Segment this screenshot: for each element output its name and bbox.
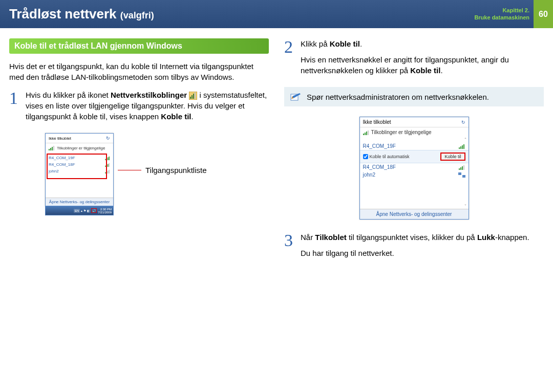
ap2-name2: R4_COM_18F (363, 164, 396, 170)
step-3-number: 3 (284, 232, 296, 264)
scroll-up-indicator[interactable]: ˆ (360, 137, 469, 142)
step-1: 1 Hvis du klikker på ikonet Nettverkstil… (9, 90, 269, 127)
note-box: Spør nettverksadministratoren om nettver… (284, 87, 544, 106)
svg-rect-33 (463, 165, 464, 170)
ap2-item-1-expanded: Koble til automatisk Koble til (360, 150, 469, 163)
ap2-name: R4_COM_18F (49, 162, 75, 167)
step-2: 2 Klikk på Koble til. Hvis en nettverksn… (284, 38, 544, 81)
step-3: 3 Når Tilkoblet til tilgangspunktet vise… (284, 232, 544, 264)
svg-rect-13 (105, 165, 106, 166)
refresh-icon[interactable]: ↻ (106, 136, 110, 141)
step1-bold: Nettverkstilkoblinger (111, 91, 187, 99)
step1-text-c: . (192, 112, 194, 121)
svg-rect-9 (105, 159, 106, 160)
ap-item-1[interactable]: R4_COM_19F (47, 155, 112, 161)
popup2-list: R4_COM_19F Koble til automatisk Koble ti… (360, 142, 469, 204)
svg-rect-5 (49, 149, 50, 150)
note-pencil-icon (290, 92, 302, 101)
svg-rect-22 (363, 134, 364, 135)
step3-line2: Du har tilgang til nettverket. (301, 248, 544, 258)
signal-icon (105, 163, 110, 167)
svg-rect-24 (366, 132, 367, 135)
taskbar-clock[interactable]: 2:30 PM 7/21/2009 (98, 208, 112, 214)
svg-rect-6 (50, 148, 51, 150)
svg-rect-12 (109, 156, 110, 160)
scroll-down-indicator[interactable]: ˇ (360, 204, 469, 209)
step-2-body: Klikk på Koble til. Hvis en nettverksnøk… (301, 38, 544, 81)
popup1-footer[interactable]: Åpne Nettverks- og delingssenter (46, 198, 113, 206)
right-column: 2 Klikk på Koble til. Hvis en nettverksn… (284, 38, 544, 270)
svg-rect-27 (460, 146, 461, 149)
left-column: Koble til et trådløst LAN gjennom Window… (9, 38, 269, 270)
taskbar: EN ▴ ⚑ ◧ 🔊 2:30 PM 7/21/2009 (45, 206, 114, 215)
header-right: Kapittel 2. Bruke datamaskinen 60 (474, 0, 553, 28)
tb-time: 2:30 PM (98, 208, 112, 211)
popup2-subheader: Tilkoblinger er tilgjengelige (360, 127, 469, 137)
ap2-item-3[interactable]: john2 (360, 171, 469, 179)
ap2-name1: R4_COM_19F (363, 143, 396, 149)
leader-line (118, 170, 141, 170)
svg-rect-7 (52, 147, 53, 150)
svg-rect-10 (107, 158, 108, 160)
svg-rect-14 (107, 165, 108, 167)
svg-rect-2 (192, 95, 193, 99)
step3-line1: Når Tilkoblet til tilgangspunktet vises,… (301, 232, 544, 243)
auto-connect-label: Koble til automatisk (370, 154, 410, 159)
ap2-item-2[interactable]: R4_COM_18F (360, 163, 469, 171)
step1-bold2: Koble til (161, 112, 191, 121)
tb-date: 7/21/2009 (98, 211, 112, 214)
ap1-name: R4_COM_19F (49, 156, 75, 160)
wifi-popup-2: Ikke tilkoblet ↻ Tilkoblinger er tilgjen… (359, 117, 469, 220)
popup1-list: R4_COM_19F R4_COM_18F john2 (46, 153, 113, 198)
step-1-number: 1 (9, 90, 22, 127)
svg-rect-4 (195, 92, 196, 99)
connect-button[interactable]: Koble til (440, 153, 465, 161)
taskbar-lang[interactable]: EN (74, 209, 80, 213)
taskbar-up-icon[interactable]: ▴ (81, 209, 82, 212)
step2-line2: Hvis en nettverksnøkkel er angitt for ti… (301, 54, 544, 76)
s3b: til tilgangspunktet vises, klikker du på (347, 233, 477, 242)
svg-rect-31 (460, 167, 461, 170)
signal-bars-icon (49, 145, 55, 150)
page-header: Trådløst nettverk (valgfri) Kapittel 2. … (0, 0, 553, 28)
screenshot1-label: Tilgangspunktliste (145, 166, 207, 175)
svg-rect-16 (109, 163, 110, 166)
screenshot-1-wrap: Ikke tilkoblet ↻ Tilkoblinger er tilgjen… (45, 133, 269, 215)
svg-rect-17 (105, 172, 106, 173)
taskbar-sound-icon[interactable]: 🔊 (91, 208, 97, 213)
svg-rect-35 (462, 175, 465, 178)
popup2-footer[interactable]: Åpne Nettverks- og delingssenter (360, 209, 469, 219)
ap3-name: john2 (49, 169, 59, 173)
ap-item-3[interactable]: john2 (47, 168, 112, 175)
signal-icon (105, 169, 110, 173)
popup2-status: Ikke tilkoblet (363, 119, 391, 125)
svg-rect-15 (108, 164, 109, 167)
s3a: Når (301, 233, 315, 242)
computer-link-icon (458, 172, 465, 178)
ap2-item-1[interactable]: R4_COM_19F (360, 142, 469, 150)
svg-rect-23 (365, 133, 366, 135)
step1-text-a: Hvis du klikker på ikonet (26, 91, 111, 99)
ap-item-2[interactable]: R4_COM_18F (47, 161, 112, 168)
s3c: -knappen. (495, 233, 529, 242)
svg-rect-18 (107, 171, 108, 173)
popup2-available: Tilkoblinger er tilgjengelige (371, 129, 432, 135)
auto-connect-checkbox[interactable]: Koble til automatisk (363, 154, 410, 159)
s2b: . (360, 39, 362, 48)
svg-rect-3 (193, 94, 194, 99)
ap2-name3: john2 (363, 172, 375, 178)
auto-connect-input[interactable] (363, 154, 368, 159)
svg-rect-32 (462, 166, 463, 170)
step2-line1: Klikk på Koble til. (301, 38, 544, 49)
refresh-icon[interactable]: ↻ (461, 120, 465, 125)
signal-icon (458, 144, 465, 149)
svg-rect-34 (458, 172, 461, 175)
s2p2a: Hvis en nettverksnøkkel er angitt for ti… (301, 55, 509, 75)
taskbar-flag-icon[interactable]: ⚑ (83, 209, 86, 212)
page-number-badge: 60 (534, 0, 553, 28)
note-text: Spør nettverksadministratoren om nettver… (307, 93, 489, 101)
svg-rect-30 (459, 168, 460, 170)
taskbar-net-icon[interactable]: ◧ (87, 209, 90, 212)
title-main: Trådløst nettverk (9, 6, 117, 21)
step-3-body: Når Tilkoblet til tilgangspunktet vises,… (301, 232, 544, 264)
